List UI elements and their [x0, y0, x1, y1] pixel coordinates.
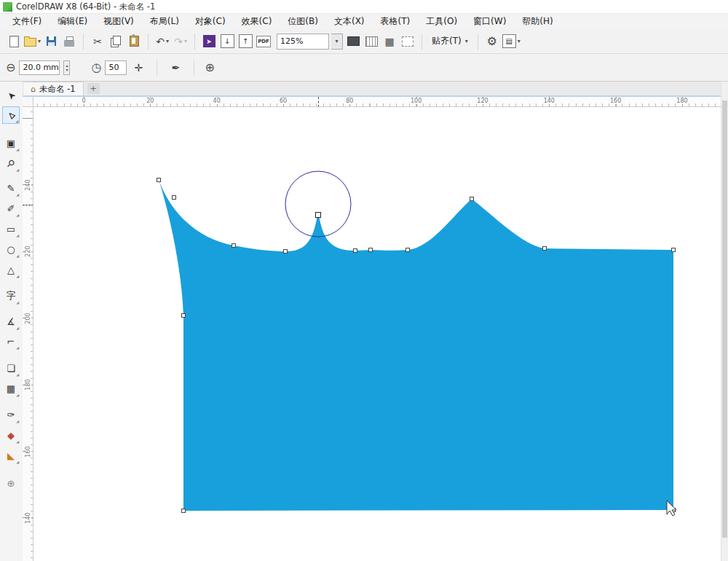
vertical-scrollbar[interactable] [721, 82, 728, 561]
new-tab-button[interactable]: + [87, 83, 100, 94]
undo-button[interactable]: ↶▾ [154, 33, 170, 50]
menu-item-7[interactable]: 位图(B) [280, 14, 326, 29]
zoom-level-dropdown[interactable]: ▾ [331, 34, 343, 50]
propbar-separator [194, 60, 194, 76]
curve-node[interactable] [672, 248, 676, 252]
new-document-button[interactable] [6, 33, 22, 50]
dimension-tool[interactable]: ∡◢ [2, 313, 20, 330]
menu-item-9[interactable]: 表格(T) [373, 14, 419, 29]
guidelines-icon [402, 36, 414, 47]
cut-button[interactable]: ✂ [90, 33, 106, 50]
toolbox: ➤⊳◢▣◢⚲◢✎◢✐◢▭◢○◢△◢字◢∡◢⌐◢❏◢▦◢✑◢◆◢◣◢⊕ [0, 82, 23, 561]
pick-tool[interactable]: ➤ [2, 87, 20, 104]
drop-shadow-tool-icon: ❏ [7, 363, 15, 374]
menu-item-12[interactable]: 帮助(H) [514, 14, 561, 29]
drop-shadow-tool[interactable]: ❏◢ [2, 359, 20, 377]
app-launcher-button[interactable]: ➤ [201, 33, 217, 50]
fill-more-tool[interactable]: ⊕ [2, 474, 20, 492]
pen-pressure-icon: ✒ [172, 62, 181, 74]
pen-pressure-button[interactable]: ✒ [167, 59, 183, 76]
show-guidelines-button[interactable] [400, 33, 416, 50]
menu-item-1[interactable]: 文件(F) [4, 14, 50, 29]
crop-tool[interactable]: ▣◢ [2, 134, 20, 152]
nib-size-value: 20.0 mm [23, 63, 58, 72]
curve-node[interactable] [232, 244, 236, 248]
show-rulers-button[interactable] [363, 33, 379, 50]
drawing-canvas[interactable] [33, 107, 721, 561]
dryout-input[interactable]: 50 [105, 60, 127, 75]
step-down-icon: ▾ [66, 68, 68, 72]
smart-fill-tool[interactable]: ◣◢ [2, 447, 20, 464]
menu-item-4[interactable]: 布局(L) [142, 14, 187, 29]
flyout-arrow-icon: ◢ [16, 393, 19, 397]
redo-icon: ↷ [174, 36, 183, 47]
ellipse-tool-icon: ○ [7, 244, 15, 255]
print-button[interactable] [61, 33, 77, 50]
freehand-tool[interactable]: ✎◢ [2, 179, 20, 197]
save-button[interactable] [43, 33, 59, 50]
zoom-tool[interactable]: ⚲◢ [2, 154, 20, 172]
chevron-down-icon: ▾ [38, 38, 41, 44]
curve-node[interactable] [284, 250, 288, 254]
artistic-media-tool[interactable]: ✐◢ [2, 200, 20, 217]
menu-item-11[interactable]: 窗口(W) [465, 14, 514, 29]
eyedropper-tool[interactable]: ✑◢ [2, 406, 20, 423]
fullscreen-icon [347, 36, 360, 46]
scrollbar-thumb[interactable] [722, 101, 727, 538]
shape-tool[interactable]: ⊳◢ [2, 106, 20, 124]
polygon-tool-icon: △ [7, 264, 15, 275]
gear-icon: ⚙ [487, 34, 497, 48]
ruler-origin[interactable] [23, 97, 33, 107]
show-grid-button[interactable]: ▦ [381, 33, 397, 50]
hruler-label: 120 [476, 98, 488, 104]
menu-item-5[interactable]: 对象(C) [187, 14, 234, 29]
open-button[interactable]: ▾ [24, 33, 41, 50]
curve-node[interactable] [173, 196, 176, 200]
selected-curve-node[interactable] [316, 213, 321, 218]
curve-node[interactable] [406, 248, 410, 252]
dryout-nudge-button[interactable]: ✛ [130, 59, 146, 76]
rectangle-tool[interactable]: ▭◢ [2, 220, 20, 238]
vruler-label: 220 [25, 246, 31, 257]
polygon-tool[interactable]: △◢ [2, 261, 20, 278]
curve-node[interactable] [543, 247, 547, 251]
fullscreen-preview-button[interactable] [345, 33, 361, 50]
vruler-label: 140 [25, 512, 31, 523]
layout-panel-button[interactable]: ▤▾ [502, 33, 521, 50]
freehand-tool-icon: ✎ [7, 183, 15, 194]
redo-button[interactable]: ↷▾ [173, 33, 189, 50]
vertical-ruler[interactable]: 240220200180160140 [23, 107, 33, 561]
curve-node[interactable] [157, 178, 161, 182]
paste-icon [130, 36, 139, 47]
transparency-tool[interactable]: ▦◢ [2, 380, 20, 397]
menu-item-6[interactable]: 效果(C) [234, 14, 280, 29]
text-tool[interactable]: 字◢ [2, 287, 20, 305]
coreldraw-app-icon [3, 2, 12, 12]
copy-button[interactable] [108, 33, 124, 50]
paste-button[interactable] [126, 33, 142, 50]
interactive-fill-tool[interactable]: ◆◢ [2, 426, 20, 444]
export-button[interactable]: ↑ [237, 33, 253, 50]
curve-node[interactable] [182, 509, 186, 513]
import-button[interactable]: ↓ [219, 33, 235, 50]
curve-node[interactable] [354, 249, 357, 253]
tab-untitled-1[interactable]: ⌂ 未命名 -1 [23, 82, 84, 95]
nib-size-stepper[interactable]: ▴▾ [63, 60, 70, 75]
nib-size-input[interactable]: 20.0 mm [19, 60, 60, 75]
options-button[interactable]: ⚙ [484, 33, 500, 50]
menu-item-3[interactable]: 视图(V) [95, 14, 142, 29]
zoom-level-select[interactable]: 125% [277, 34, 329, 50]
publish-pdf-button[interactable]: PDF [256, 33, 272, 50]
curve-node[interactable] [182, 314, 186, 318]
snap-to-button[interactable]: 贴齐(T)▾ [428, 35, 472, 47]
curve-node[interactable] [369, 248, 373, 252]
menu-item-10[interactable]: 工具(O) [418, 14, 465, 29]
blue-shape[interactable] [159, 180, 673, 511]
menu-item-2[interactable]: 编辑(E) [50, 14, 95, 29]
curve-node[interactable] [470, 197, 474, 201]
standard-toolbar: ▾ ✂ ↶▾ ↷▾ ➤ ↓ ↑ PDF 125% ▾ ▦ 贴齐(T)▾ ⚙ ▤▾ [0, 29, 728, 54]
menu-item-8[interactable]: 文本(X) [326, 14, 373, 29]
connector-tool[interactable]: ⌐◢ [2, 332, 20, 350]
ellipse-tool[interactable]: ○◢ [2, 240, 20, 258]
horizontal-ruler[interactable]: 020406080100120140160180 [33, 97, 721, 107]
